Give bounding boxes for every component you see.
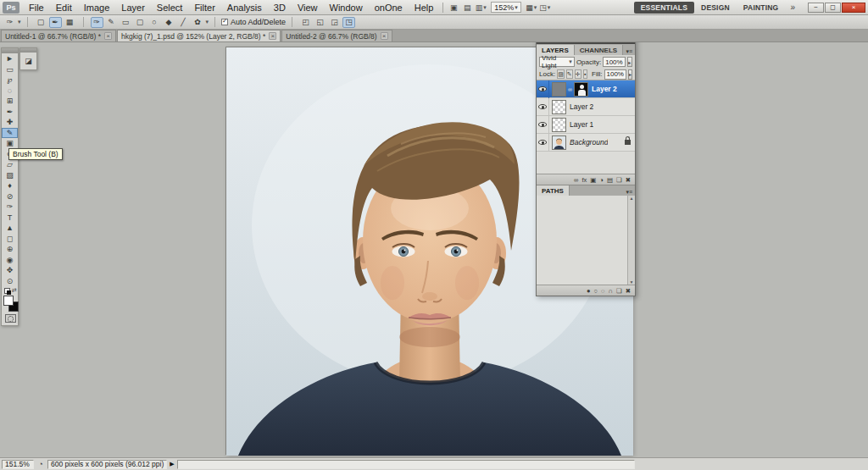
3d-orbit-tool[interactable]: ◉ (2, 255, 18, 266)
menu-view[interactable]: View (292, 0, 324, 15)
hand-tool[interactable]: ✥ (2, 265, 18, 276)
view-extras-icon[interactable]: ▥▾ (474, 2, 487, 14)
clone-stamp-tool[interactable]: ▣ (2, 138, 18, 149)
foreground-color-swatch[interactable] (3, 296, 14, 306)
eraser-tool[interactable]: ▱ (2, 159, 18, 170)
tab-channels[interactable]: CHANNELS (575, 45, 623, 55)
auto-add-delete-option[interactable]: Auto Add/Delete (219, 16, 288, 29)
panel-menu-icon[interactable]: ▾≡ (623, 48, 635, 55)
subtract-from-path-area-icon[interactable]: ◱ (314, 17, 326, 28)
menu-window[interactable]: Window (324, 0, 369, 15)
fill-path-icon[interactable]: ● (587, 287, 591, 295)
brush-tool[interactable]: ✎ (2, 128, 18, 139)
new-adjustment-layer-icon[interactable]: ◑ (599, 176, 604, 184)
menu-select[interactable]: Select (151, 0, 189, 15)
close-button[interactable]: × (842, 3, 865, 13)
custom-shape-icon[interactable]: ✿ (192, 17, 204, 28)
freeform-pen-icon[interactable]: ✎ (105, 17, 118, 28)
zoom-level-combo[interactable]: 152%▾ (491, 2, 521, 13)
tab-paths[interactable]: PATHS (537, 185, 570, 196)
status-zoom-field[interactable]: 151.5% (2, 460, 34, 469)
scroll-down-icon[interactable]: ▼ (630, 279, 634, 285)
document-tab-active[interactable]: hkgkig (7)_1.psd @ 152% (Layer 2, RGB/8)… (117, 30, 281, 41)
workspace-essentials[interactable]: ESSENTIALS (634, 2, 694, 14)
scrollbar[interactable]: ▲ ▼ (627, 196, 635, 285)
pen-icon[interactable]: ✑ (91, 17, 103, 28)
document-tab[interactable]: Untitled-1 @ 66.7% (RGB/8) * × (1, 30, 116, 41)
path-selection-tool[interactable]: ▲ (2, 223, 18, 234)
layer-thumbnail[interactable] (552, 82, 566, 97)
fill-value[interactable]: 100% (604, 69, 626, 80)
layer-style-icon[interactable]: fx (581, 176, 587, 184)
layer-row[interactable]: Layer 1 (537, 116, 635, 134)
checkbox-checked-icon[interactable] (221, 19, 228, 25)
layer-thumbnail[interactable] (552, 100, 566, 114)
close-icon[interactable]: × (104, 32, 112, 40)
opacity-spinner-icon[interactable]: ▸ (627, 57, 632, 67)
visibility-toggle[interactable] (537, 80, 549, 98)
lasso-tool[interactable]: ℘ (2, 75, 18, 86)
dodge-tool[interactable]: ⊘ (2, 191, 18, 202)
mask-link-icon[interactable]: ∞ (568, 86, 572, 92)
layer-name[interactable]: Layer 2 (570, 102, 593, 111)
intersect-path-areas-icon[interactable]: ◲ (328, 17, 341, 28)
rectangular-marquee-tool[interactable]: ▭ (2, 64, 18, 75)
new-layer-icon[interactable]: ❏ (616, 176, 622, 184)
close-icon[interactable]: × (269, 32, 276, 40)
document-tab[interactable]: Untitled-2 @ 66.7% (RGB/8) × (281, 30, 392, 41)
panel-menu-icon[interactable]: ▾≡ (623, 189, 635, 196)
rectangle-icon[interactable]: ▭ (120, 17, 132, 28)
exclude-path-areas-icon[interactable]: ◳ (342, 17, 355, 28)
make-work-path-icon[interactable]: ∩ (609, 287, 613, 295)
delete-path-icon[interactable]: ✖ (626, 287, 631, 295)
menu-analysis[interactable]: Analysis (221, 0, 268, 15)
menu-help[interactable]: Help (409, 0, 440, 15)
menu-image[interactable]: Image (78, 0, 116, 15)
new-path-icon[interactable]: ❏ (616, 287, 622, 295)
new-group-icon[interactable]: ▤ (607, 176, 613, 184)
layer-mask-thumbnail[interactable] (574, 82, 588, 97)
visibility-toggle[interactable] (537, 98, 549, 116)
menu-filter[interactable]: Filter (188, 0, 220, 15)
crop-tool[interactable]: ⊞ (2, 96, 18, 107)
screen-mode-icon[interactable]: ◳▾ (538, 2, 552, 14)
opacity-value[interactable]: 100% (603, 57, 625, 67)
pen-tool[interactable]: ✑ (2, 202, 18, 213)
rounded-rectangle-icon[interactable]: ▢ (134, 17, 147, 28)
lock-image-icon[interactable]: ✎ (566, 69, 573, 79)
menu-onone[interactable]: onOne (369, 0, 409, 15)
collapsed-panel-icon[interactable]: ◪ (20, 53, 36, 69)
workspace-overflow-icon[interactable]: » (785, 3, 800, 12)
lock-position-icon[interactable]: ✛ (575, 69, 581, 79)
layer-name[interactable]: Layer 1 (570, 120, 593, 129)
delete-layer-icon[interactable]: ✖ (626, 176, 631, 184)
layer-thumbnail[interactable] (552, 135, 566, 150)
ellipse-icon[interactable]: ○ (148, 17, 161, 28)
default-colors-icon[interactable] (4, 288, 10, 294)
layer-thumbnail[interactable] (552, 118, 566, 132)
shape-tool[interactable]: ◻ (2, 234, 18, 245)
menu-edit[interactable]: Edit (50, 0, 78, 15)
layer-row-background[interactable]: Background (537, 134, 635, 152)
layer-name[interactable]: Background (570, 138, 608, 147)
blur-tool[interactable]: ♦ (2, 180, 18, 191)
fill-spinner-icon[interactable]: ▸ (628, 69, 632, 80)
move-tool[interactable]: ► (2, 53, 18, 64)
scroll-up-icon[interactable]: ▲ (630, 196, 634, 201)
launch-bridge-icon[interactable]: ▣ (447, 2, 460, 14)
quick-mask-button[interactable] (5, 314, 16, 323)
fill-pixels-icon[interactable]: ▦ (64, 17, 76, 28)
lock-transparency-icon[interactable]: ▨ (557, 69, 565, 79)
arrange-documents-icon[interactable]: ▦▾ (525, 2, 538, 14)
workspace-painting[interactable]: PAINTING (737, 2, 786, 14)
menu-layer[interactable]: Layer (115, 0, 151, 15)
polygon-icon[interactable]: ◆ (163, 17, 175, 28)
launch-mini-bridge-icon[interactable]: ▤ (460, 2, 474, 14)
close-icon[interactable]: × (381, 32, 388, 40)
restore-button[interactable]: ◻ (825, 3, 841, 13)
quick-selection-tool[interactable]: ◌ (2, 86, 18, 97)
gradient-tool[interactable]: ▨ (2, 170, 18, 181)
visibility-toggle[interactable] (537, 134, 549, 152)
spot-healing-brush-tool[interactable]: ✚ (2, 117, 18, 128)
minimize-button[interactable]: − (808, 3, 824, 13)
